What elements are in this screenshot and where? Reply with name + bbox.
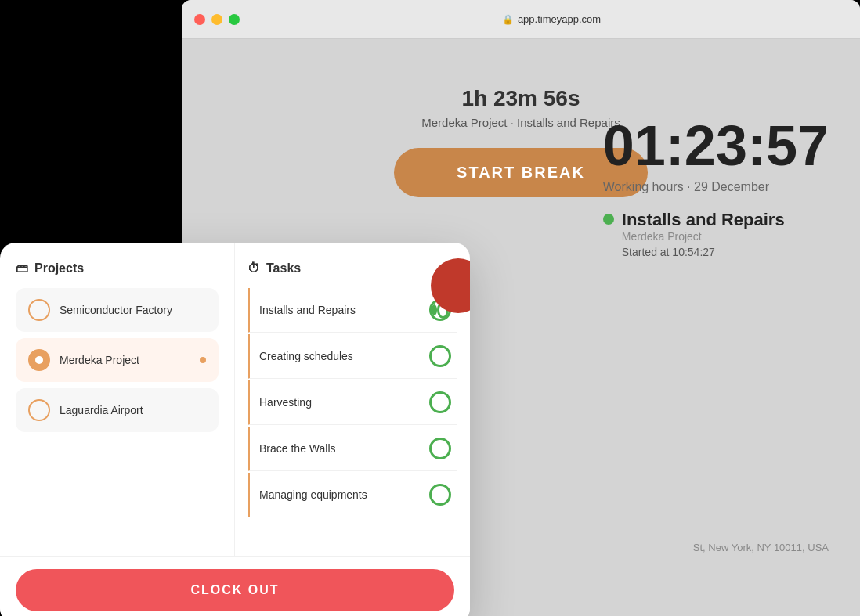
project-item[interactable]: Merdeka Project	[16, 338, 219, 382]
project-radio	[28, 299, 50, 321]
projects-column: 🗃 Projects Semiconductor FactoryMerdeka …	[0, 243, 235, 556]
active-task-name: Installs and Repairs	[622, 210, 785, 230]
task-label: Installs and Repairs	[259, 304, 429, 316]
timer-section: 1h 23m 56s Merdeka Project · Installs an…	[421, 86, 620, 129]
active-task-indicator: Installs and Repairs Merdeka Project Sta…	[603, 210, 829, 258]
address-text: 🔒 app.timeyapp.com	[502, 13, 601, 25]
project-radio	[28, 399, 50, 421]
tasks-list: Installs and RepairsCreating schedulesHa…	[248, 288, 457, 517]
tasks-icon: ⏱	[248, 261, 260, 276]
timer-subtitle: Merdeka Project · Installs and Repairs	[421, 116, 620, 129]
task-item[interactable]: Installs and Repairs	[248, 288, 457, 333]
active-task-project: Merdeka Project	[622, 230, 785, 243]
active-task-info: Installs and Repairs Merdeka Project Sta…	[622, 210, 785, 258]
clock-subtitle: Working hours · 29 December	[603, 180, 829, 194]
tasks-header: ⏱ Tasks	[248, 261, 457, 276]
traffic-light-green[interactable]	[229, 14, 240, 25]
task-label: Creating schedules	[259, 350, 429, 362]
task-item[interactable]: Harvesting	[248, 380, 457, 425]
right-panel: 01:23:57 Working hours · 29 December Ins…	[603, 117, 829, 258]
big-clock: 01:23:57	[603, 117, 829, 174]
task-item[interactable]: Creating schedules	[248, 334, 457, 379]
timer-duration: 1h 23m 56s	[421, 86, 620, 111]
project-label: Semiconductor Factory	[60, 304, 206, 316]
browser-titlebar: 🔒 app.timeyapp.com	[182, 0, 860, 39]
project-active-dot	[200, 357, 206, 363]
projects-list: Semiconductor FactoryMerdeka ProjectLagu…	[16, 288, 219, 432]
task-radio-inner	[432, 304, 437, 315]
task-label: Managing equipments	[259, 488, 429, 501]
overlay-panel: 🗃 Projects Semiconductor FactoryMerdeka …	[0, 243, 470, 616]
task-radio[interactable]	[429, 438, 451, 459]
panel-body: 🗃 Projects Semiconductor FactoryMerdeka …	[0, 243, 470, 556]
task-label: Brace the Walls	[259, 442, 429, 455]
projects-header-label: Projects	[34, 261, 84, 276]
active-task-started: Started at 10:54:27	[622, 246, 785, 258]
traffic-lights	[194, 14, 240, 25]
tasks-header-label: Tasks	[266, 261, 301, 276]
traffic-light-red[interactable]	[194, 14, 205, 25]
address-bar: 🔒 app.timeyapp.com	[255, 13, 847, 25]
task-item[interactable]: Managing equipments	[248, 473, 457, 517]
projects-icon: 🗃	[16, 261, 28, 276]
task-radio[interactable]	[429, 484, 451, 506]
project-label: Laguardia Airport	[60, 404, 206, 416]
task-radio[interactable]	[429, 391, 451, 413]
traffic-light-yellow[interactable]	[211, 14, 222, 25]
project-item[interactable]: Semiconductor Factory	[16, 288, 219, 332]
task-item[interactable]: Brace the Walls	[248, 427, 457, 471]
clock-out-button[interactable]: CLOCK OUT	[16, 569, 454, 611]
lock-icon: 🔒	[502, 14, 514, 25]
active-dot	[603, 214, 614, 225]
project-radio	[28, 349, 50, 371]
location-text: St, New York, NY 10011, USA	[693, 542, 829, 553]
active-task-card: Installs and Repairs Merdeka Project Sta…	[603, 210, 829, 258]
clock-out-bar: CLOCK OUT	[0, 556, 470, 616]
task-label: Harvesting	[259, 396, 429, 409]
project-item[interactable]: Laguardia Airport	[16, 388, 219, 432]
project-label: Merdeka Project	[60, 354, 190, 366]
projects-header: 🗃 Projects	[16, 261, 219, 276]
address-url: app.timeyapp.com	[518, 13, 601, 25]
task-radio[interactable]	[429, 345, 451, 367]
